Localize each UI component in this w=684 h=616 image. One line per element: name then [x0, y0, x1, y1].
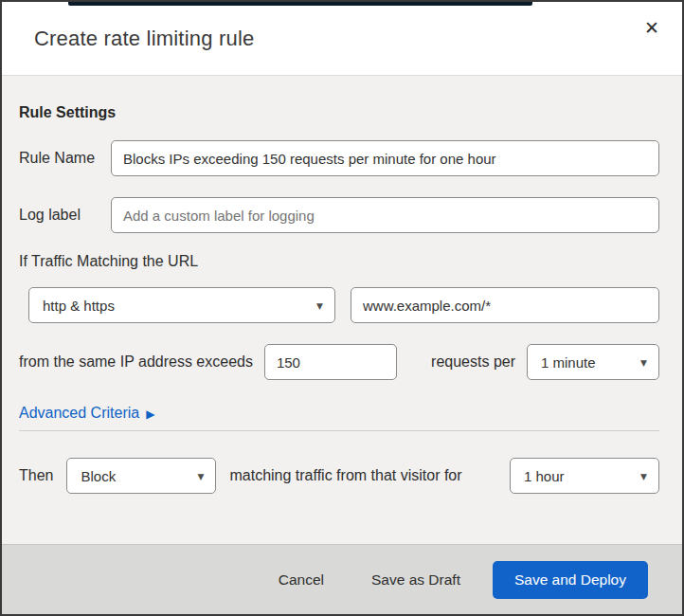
threshold-row: from the same IP address exceeds request… [19, 344, 659, 380]
dialog-body: Rule Settings Rule Name Log label If Tra… [2, 76, 682, 544]
log-label-label: Log label [19, 207, 111, 224]
action-select-value: Block [81, 468, 116, 484]
top-accent-bar [68, 2, 532, 6]
duration-select-value: 1 hour [524, 468, 565, 484]
advanced-criteria-label: Advanced Criteria [19, 405, 139, 422]
dialog-header: Create rate limiting rule ✕ [2, 2, 682, 76]
chevron-down-icon: ▼ [640, 358, 647, 368]
rule-name-input[interactable] [111, 140, 659, 176]
action-middle-text: matching traffic from that visitor for [229, 467, 461, 484]
chevron-down-icon: ▼ [640, 472, 647, 481]
period-select-value: 1 minute [541, 354, 596, 371]
action-select[interactable]: Block ▼ [66, 458, 216, 494]
period-select[interactable]: 1 minute ▼ [527, 344, 659, 380]
chevron-down-icon: ▼ [316, 301, 323, 311]
then-text: Then [19, 467, 53, 484]
scheme-select-value: http & https [43, 298, 115, 314]
action-row: Then Block ▼ matching traffic from that … [19, 458, 659, 494]
log-label-row: Log label [19, 197, 659, 233]
close-button[interactable]: ✕ [639, 15, 665, 41]
rule-name-label: Rule Name [19, 150, 111, 167]
rule-settings-heading: Rule Settings [19, 104, 659, 121]
arrow-right-icon: ▶ [146, 408, 154, 421]
url-input[interactable] [351, 287, 659, 323]
duration-select[interactable]: 1 hour ▼ [510, 458, 659, 494]
traffic-match-intro: If Traffic Matching the URL [19, 252, 659, 271]
chevron-down-icon: ▼ [198, 472, 205, 481]
save-as-draft-button[interactable]: Save as Draft [368, 564, 464, 596]
dialog-footer: Cancel Save as Draft Save and Deploy [2, 544, 682, 614]
threshold-prefix-text: from the same IP address exceeds [19, 353, 253, 371]
save-and-deploy-button[interactable]: Save and Deploy [493, 561, 648, 599]
log-label-input[interactable] [111, 197, 659, 233]
cancel-button[interactable]: Cancel [275, 564, 328, 596]
scheme-select[interactable]: http & https ▼ [28, 287, 335, 323]
threshold-suffix-text: requests per [431, 353, 515, 371]
section-divider [19, 430, 659, 431]
close-icon: ✕ [644, 17, 659, 38]
scheme-row: http & https ▼ [19, 287, 659, 323]
advanced-criteria-link[interactable]: Advanced Criteria ▶ [19, 405, 154, 422]
create-rate-limiting-rule-dialog: Create rate limiting rule ✕ Rule Setting… [0, 0, 684, 616]
dialog-title: Create rate limiting rule [34, 27, 254, 51]
rule-name-row: Rule Name [19, 140, 659, 176]
threshold-input[interactable] [264, 344, 397, 380]
